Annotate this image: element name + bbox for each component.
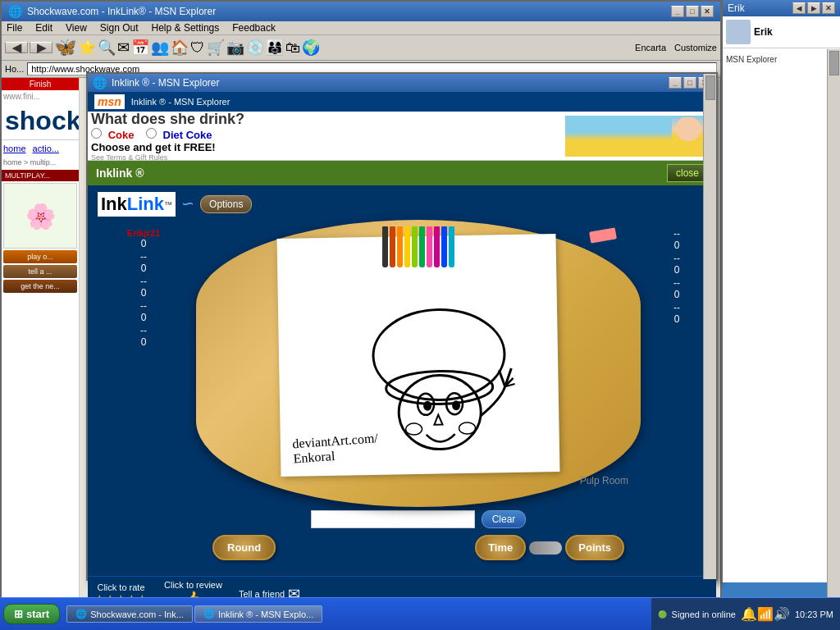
taskbar-item-2[interactable]: 🌐 Inklink ® - MSN Explo... [194,605,322,623]
taskbar: ⊞ start 🌐 Shockwave.com - Ink... 🌐 Inkli… [0,597,840,630]
windows-flag-icon: ⊞ [14,608,23,620]
pencil-black [382,226,388,267]
menu-help[interactable]: Help & Settings [152,22,220,34]
popup-scrollbar-thumb[interactable] [705,75,715,100]
ad-options: Coke Diet Coke [91,128,565,141]
menu-view[interactable]: View [66,22,87,34]
popup-scrollbar[interactable] [703,74,716,579]
player-5: -- 0 [94,325,193,348]
shockwave-brand: shock [2,103,79,140]
msn-panel-forward[interactable]: ▶ [807,2,820,14]
msn-scrollbar-thumb[interactable] [829,51,839,75]
msn-panel-user-name: Erik [728,2,745,14]
people-icon[interactable]: 👥 [151,39,169,57]
forward-button[interactable]: ▶ [30,42,52,53]
play-button[interactable]: play o... [3,250,77,263]
ad-option2-radio[interactable] [146,128,157,139]
menu-file[interactable]: File [7,22,22,34]
ad-cta[interactable]: Choose and get it FREE! [91,141,565,153]
points-button[interactable]: Points [565,535,624,560]
inklink-close-button[interactable]: close [667,164,708,182]
clear-button[interactable]: Clear [482,510,527,528]
users-icon[interactable]: 👨‍👩‍👧 [266,39,284,57]
camera-icon[interactable]: 📷 [226,39,244,57]
guess-input-field[interactable] [311,510,475,528]
player-r4: -- 0 [644,302,710,325]
taskbar-item-1[interactable]: 🌐 Shockwave.com - Ink... [66,605,193,623]
start-button[interactable]: ⊞ start [3,604,60,624]
news-button[interactable]: get the ne... [3,280,77,293]
player-2-score: 0 [141,262,147,274]
player-1-score: 0 [141,238,147,249]
encarta-btn[interactable]: Encarta [635,43,666,52]
msn-panel-content: MSN Explorer [723,48,840,71]
drawing-paper[interactable]: deviantArt.com/ Enkoral deviantArt.com/E… [276,234,559,477]
drawing-area[interactable]: deviantArt.com/ Enkoral deviantArt.com/E… [196,220,641,564]
tm-text: ™ [164,200,172,209]
calendar-icon[interactable]: 📅 [131,39,149,57]
time-button[interactable]: Time [475,535,526,560]
player-r2: -- 0 [644,253,710,276]
player-r3-score: 0 [674,289,680,300]
msn-panel-scrollbar[interactable] [827,49,840,630]
menu-signout[interactable]: Sign Out [100,22,139,34]
ie-toolbar: ◀ ▶ 🦋 ⭐ 🔍 ✉ 📅 👥 🏠 🛡 🛒 📷 💿 👨‍👩‍👧 🛍 🌍 Enca… [2,35,720,61]
click-to-review-label: Click to review [164,580,222,590]
customize-btn[interactable]: Customize [674,43,717,52]
player-1: Erikjr21 0 [94,228,193,249]
round-button[interactable]: Round [212,535,276,560]
player-3-score: 0 [141,287,147,299]
options-button[interactable]: Options [200,195,252,213]
pencil-orange [397,226,403,267]
signed-in-indicator: 🟢 [658,610,667,619]
main-browser-title: 🌐 Shockwave.com - InkLink® - MSN Explore… [8,5,216,18]
sidebar-nav-action[interactable]: actio... [33,144,59,153]
minimize-button[interactable]: _ [671,6,684,17]
close-button-main[interactable]: ✕ [701,6,714,17]
msn-panel-back[interactable]: ◀ [792,2,806,14]
shopping-icon[interactable]: 🛒 [207,39,225,57]
player-r1: -- 0 [644,228,710,251]
msn-user-info: Erik [723,16,840,48]
popup-title-bar: 🌐 Inklink ® - MSN Explorer _ □ ✕ [88,74,716,92]
security-icon[interactable]: 🛡 [190,39,205,57]
svg-point-2 [398,375,482,450]
popup-minimize-button[interactable]: _ [669,77,682,89]
globe-icon[interactable]: 🌍 [302,39,320,57]
search-icon[interactable]: 🔍 [98,39,116,57]
sidebar-nav-home[interactable]: home [3,144,26,153]
sidebar-nav: home actio... [2,140,79,157]
disc-icon[interactable]: 💿 [246,39,264,57]
browser-icon-1: 🌐 [75,609,87,619]
msn-panel-description: MSN Explorer [726,52,837,67]
menu-feedback[interactable]: Feedback [232,22,276,34]
pencil-pink [427,226,432,267]
pencil-green [419,226,425,267]
ad-banner[interactable]: What does she drink? Coke Diet Coke Choo… [88,112,716,161]
taskbar-icons: 🔔📶🔊 [741,606,790,622]
menu-bar: File Edit View Sign Out Help & Settings … [2,21,720,35]
shockwave-sidebar: Finish www.fini... shock home actio... h… [2,78,80,600]
player-r1-score: 0 [674,240,680,251]
pencil-blue [441,226,447,267]
ad-option1-label: Coke [108,129,135,141]
mail-icon[interactable]: ✉ [117,39,130,57]
time-slider[interactable] [529,541,562,555]
back-button[interactable]: ◀ [5,42,28,53]
favorites-icon[interactable]: ⭐ [78,39,96,57]
start-label: start [26,608,49,620]
player-1-name: Erikjr21 [127,228,160,238]
tell-button[interactable]: tell a ... [3,265,77,278]
pencil-row [382,226,454,267]
bag-icon[interactable]: 🛍 [285,39,300,57]
pencil-magenta [434,226,440,267]
inklink-header-bar: Inklink ® close [88,161,716,185]
maximize-button[interactable]: □ [686,6,699,17]
home-icon[interactable]: 🏠 [171,39,189,57]
address-label: Ho... [5,64,24,74]
popup-restore-button[interactable]: □ [683,77,696,89]
player-2-dash: -- [140,251,147,262]
ad-option1-radio[interactable] [91,128,102,139]
menu-edit[interactable]: Edit [35,22,52,34]
msn-panel-close[interactable]: ✕ [822,2,835,14]
